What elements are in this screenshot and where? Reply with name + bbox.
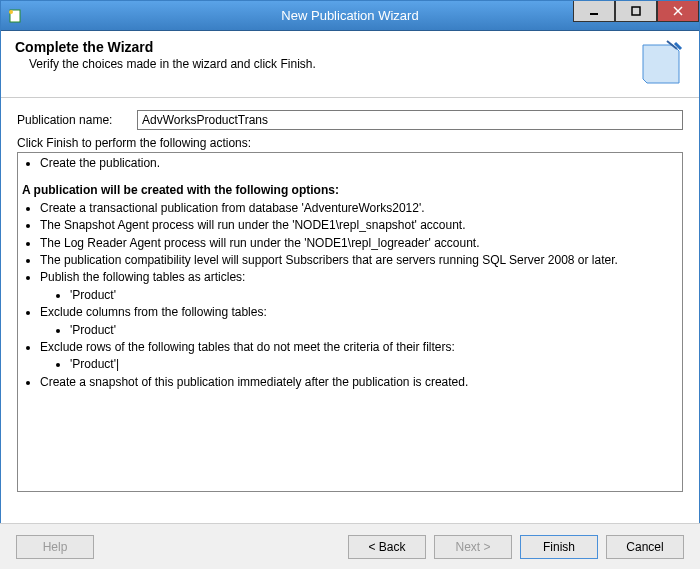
svg-rect-3 [632,7,640,15]
list-item: Publish the following tables as articles… [40,269,678,304]
summary-box[interactable]: Create the publication. A publication wi… [17,152,683,492]
exclude-cols-label: Exclude columns from the following table… [40,305,267,319]
publish-tables-list: 'Product' [40,287,678,304]
help-button[interactable]: Help [16,535,94,559]
summary-options-heading: A publication will be created with the f… [22,182,678,199]
minimize-button[interactable] [573,0,615,22]
wizard-header: Complete the Wizard Verify the choices m… [1,31,699,98]
list-item: Exclude columns from the following table… [40,304,678,339]
summary-top-list: Create the publication. [22,155,678,172]
list-item: Create a snapshot of this publication im… [40,374,678,391]
close-button[interactable] [657,0,699,22]
svg-point-1 [9,10,13,14]
list-item: Create the publication. [40,155,678,172]
list-item: 'Product' [70,356,678,373]
exclude-cols-list: 'Product' [40,322,678,339]
publication-name-label: Publication name: [17,113,137,127]
window-controls [573,1,699,30]
list-item: The publication compatibility level will… [40,252,678,269]
cancel-button[interactable]: Cancel [606,535,684,559]
summary-options-list: Create a transactional publication from … [22,200,678,391]
list-item: 'Product' [70,322,678,339]
list-item: The Snapshot Agent process will run unde… [40,217,678,234]
titlebar: New Publication Wizard [1,1,699,31]
next-button[interactable]: Next > [434,535,512,559]
exclude-rows-list: 'Product' [40,356,678,373]
titlebar-left [1,8,29,24]
list-item: 'Product' [70,287,678,304]
wizard-footer: Help < Back Next > Finish Cancel [0,523,700,569]
wizard-book-icon [637,39,685,87]
header-text: Complete the Wizard Verify the choices m… [15,39,316,87]
publication-name-row: Publication name: [17,110,683,130]
list-item: Exclude rows of the following tables tha… [40,339,678,374]
publication-name-input[interactable] [137,110,683,130]
list-item: The Log Reader Agent process will run un… [40,235,678,252]
app-icon [7,8,23,24]
exclude-rows-label: Exclude rows of the following tables tha… [40,340,455,354]
instruction-text: Click Finish to perform the following ac… [17,136,683,150]
content-area: Publication name: Click Finish to perfor… [1,98,699,492]
page-title: Complete the Wizard [15,39,316,55]
list-item: Create a transactional publication from … [40,200,678,217]
maximize-button[interactable] [615,0,657,22]
text-caret [116,357,119,371]
publish-tables-label: Publish the following tables as articles… [40,270,245,284]
page-subtitle: Verify the choices made in the wizard an… [15,57,316,71]
finish-button[interactable]: Finish [520,535,598,559]
back-button[interactable]: < Back [348,535,426,559]
